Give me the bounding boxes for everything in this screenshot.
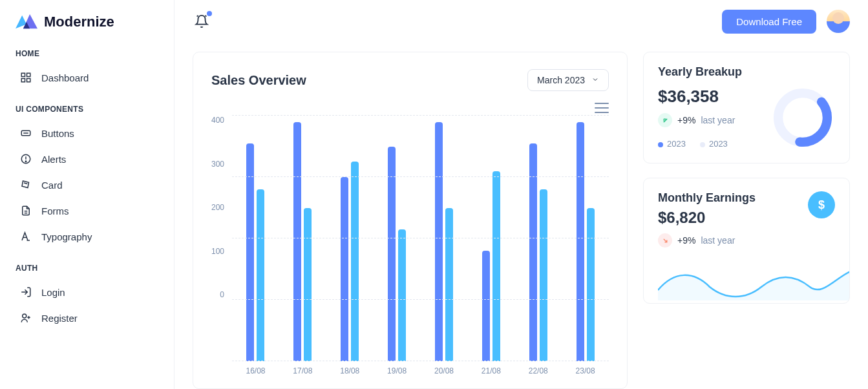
- trend-up-icon: [658, 113, 672, 127]
- yearly-breakup-card: Yearly Breakup $36,358 +9% last year: [643, 52, 850, 163]
- sidebar-item-label: Login: [41, 287, 65, 298]
- bar[interactable]: [398, 229, 406, 361]
- download-free-button[interactable]: Download Free: [722, 10, 816, 34]
- bar[interactable]: [540, 189, 547, 361]
- chevron-down-icon: [591, 75, 599, 85]
- donut-chart: [770, 85, 835, 150]
- sidebar-item-forms[interactable]: Forms: [16, 198, 158, 224]
- nav-section-auth: AUTH: [16, 264, 158, 273]
- bar-group[interactable]: [279, 116, 326, 361]
- x-tick: 17/08: [279, 366, 326, 375]
- x-tick: 20/08: [421, 366, 468, 375]
- bar[interactable]: [304, 208, 312, 362]
- typography-icon: [19, 230, 32, 243]
- period-selected-label: March 2023: [537, 75, 585, 85]
- x-tick: 22/08: [514, 366, 562, 375]
- trend-down-icon: [658, 233, 672, 247]
- x-tick: 21/08: [467, 366, 514, 375]
- bar[interactable]: [341, 177, 348, 361]
- sidebar-item-label: Dashboard: [41, 72, 89, 83]
- bar[interactable]: [293, 122, 301, 362]
- form-icon: [19, 204, 32, 217]
- legend-item: 2023: [700, 139, 728, 149]
- period-select[interactable]: March 2023: [527, 69, 609, 91]
- bar-group[interactable]: [421, 116, 468, 361]
- sidebar-item-label: Alerts: [41, 154, 66, 165]
- svg-rect-3: [27, 79, 30, 82]
- bar[interactable]: [482, 251, 490, 361]
- monthly-value: $6,820: [658, 209, 756, 227]
- svg-rect-1: [27, 73, 30, 76]
- brand-logo[interactable]: Modernize: [16, 13, 158, 31]
- sales-title: Sales Overview: [211, 73, 306, 88]
- x-tick: 18/08: [326, 366, 374, 375]
- card-icon: [19, 178, 32, 191]
- sales-chart: 4003002001000 16/0817/0818/0819/0820/082…: [211, 116, 609, 375]
- sidebar-item-login[interactable]: Login: [16, 279, 158, 305]
- sidebar-item-card[interactable]: Card: [16, 172, 158, 198]
- svg-rect-0: [21, 73, 25, 76]
- y-tick: 300: [211, 160, 224, 169]
- nav-section-ui: UI COMPONENTS: [16, 105, 158, 114]
- nav-section-home: HOME: [16, 49, 158, 58]
- bar[interactable]: [445, 208, 453, 362]
- sidebar-item-register[interactable]: Register: [16, 305, 158, 331]
- bar[interactable]: [577, 122, 584, 362]
- bar-group[interactable]: [514, 116, 562, 361]
- x-tick: 23/08: [562, 366, 609, 375]
- bar[interactable]: [388, 147, 396, 362]
- avatar[interactable]: [827, 10, 850, 33]
- notification-dot-icon: [207, 11, 212, 16]
- sidebar-item-label: Buttons: [41, 128, 74, 139]
- login-icon: [19, 286, 32, 299]
- button-icon: [19, 127, 32, 140]
- sidebar-item-label: Register: [41, 313, 78, 324]
- alert-icon: [19, 152, 32, 165]
- monthly-earnings-card: Monthly Earnings $6,820 +9% last year $: [643, 178, 850, 304]
- logo-icon: [16, 13, 37, 31]
- sales-overview-card: Sales Overview March 2023 4003002001000 …: [193, 52, 628, 389]
- bar[interactable]: [492, 171, 500, 362]
- sidebar-item-buttons[interactable]: Buttons: [16, 120, 158, 146]
- yearly-trend-pct: +9%: [677, 115, 695, 125]
- bar-group[interactable]: [326, 116, 374, 361]
- sidebar-item-alerts[interactable]: Alerts: [16, 146, 158, 172]
- chart-menu-button[interactable]: [595, 103, 609, 113]
- dashboard-icon: [19, 71, 32, 84]
- topbar: Download Free: [175, 0, 868, 43]
- brand-name: Modernize: [44, 14, 114, 30]
- sidebar: Modernize HOME Dashboard UI COMPONENTS B…: [0, 0, 175, 389]
- y-tick: 0: [220, 290, 224, 299]
- yearly-value: $36,358: [658, 87, 735, 107]
- bar[interactable]: [435, 122, 443, 362]
- yearly-trend-label: last year: [701, 115, 735, 125]
- svg-point-14: [23, 314, 26, 318]
- dollar-icon: $: [808, 191, 835, 218]
- sidebar-item-label: Typography: [41, 231, 92, 242]
- x-tick: 19/08: [374, 366, 421, 375]
- y-tick: 100: [211, 247, 224, 256]
- svg-rect-2: [21, 79, 25, 82]
- bar[interactable]: [351, 162, 359, 361]
- yearly-title: Yearly Breakup: [658, 65, 835, 79]
- y-tick: 400: [211, 116, 224, 125]
- bar-group[interactable]: [232, 116, 279, 361]
- y-tick: 200: [211, 203, 224, 212]
- sidebar-item-label: Forms: [41, 205, 69, 216]
- x-tick: 16/08: [232, 366, 279, 375]
- bar-group[interactable]: [562, 116, 609, 361]
- bar-group[interactable]: [467, 116, 514, 361]
- notifications-button[interactable]: [193, 12, 211, 30]
- monthly-title: Monthly Earnings: [658, 191, 756, 205]
- legend-item: 2023: [658, 139, 686, 149]
- sidebar-item-label: Card: [41, 180, 63, 191]
- bar[interactable]: [587, 208, 595, 362]
- sidebar-item-typography[interactable]: Typography: [16, 224, 158, 249]
- monthly-trend-pct: +9%: [677, 235, 695, 246]
- bar-group[interactable]: [374, 116, 421, 361]
- monthly-trend-label: last year: [701, 235, 735, 246]
- bar[interactable]: [257, 189, 264, 361]
- sidebar-item-dashboard[interactable]: Dashboard: [16, 65, 158, 90]
- sparkline-chart: [658, 264, 850, 300]
- register-icon: [19, 311, 32, 324]
